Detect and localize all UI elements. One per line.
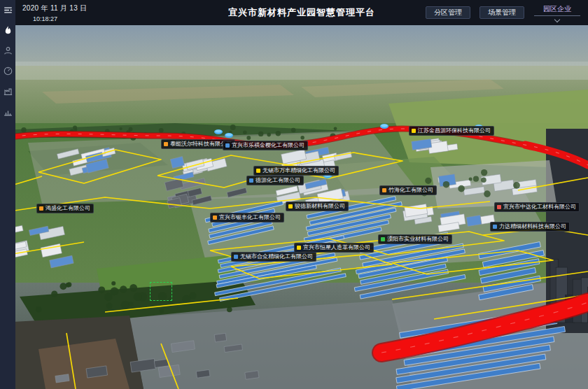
bar-chart-icon — [3, 106, 13, 117]
map-company-label[interactable]: 宜兴市乐祺金樱化工有限公司 — [223, 141, 308, 150]
datetime-block: 2020 年 11 月 13 日 10:18:27 — [15, 3, 87, 22]
map-company-label[interactable]: 宜兴市恒星人造革有限公司 — [294, 243, 374, 253]
map-company-label[interactable]: 溧阳市实业材料有限公司 — [378, 234, 452, 244]
company-name: 力达精细材料科技有限公司 — [499, 223, 566, 230]
sidebar-item-stats[interactable] — [1, 105, 14, 118]
company-marker-icon — [381, 237, 385, 241]
company-marker-icon — [412, 129, 416, 133]
dropdown-label: 园区企业 — [543, 3, 571, 15]
menu-icon — [3, 5, 13, 15]
chevron-down-icon — [554, 17, 560, 22]
factory-icon — [3, 86, 13, 97]
company-name: 鸿盛化工有限公司 — [46, 205, 90, 212]
gauge-icon — [3, 66, 13, 76]
app-root: 泰能沃尔特科技有限公司宜兴市乐祺金樱化工有限公司无锡市万丰精细化工有限公司德源化… — [0, 0, 588, 389]
company-marker-icon — [256, 169, 260, 173]
header-actions: 分区管理场景管理 园区企业 — [426, 3, 588, 22]
company-marker-icon — [213, 215, 217, 220]
company-marker-icon — [497, 205, 501, 209]
company-name: 无锡市万丰精细化工有限公司 — [262, 167, 335, 174]
map-company-label[interactable]: 无锡市万丰精细化工有限公司 — [253, 166, 339, 176]
header-buttons: 分区管理场景管理 — [426, 6, 524, 19]
company-name: 江苏金昌源环保科技有限公司 — [418, 127, 491, 134]
left-toolbar — [0, 0, 15, 389]
company-marker-icon — [297, 246, 301, 250]
sidebar-item-factory[interactable] — [1, 85, 14, 97]
company-marker-icon — [164, 142, 168, 146]
map-company-label[interactable]: 宜兴市银丰化工有限公司 — [210, 213, 284, 222]
company-name: 德源化工有限公司 — [255, 177, 300, 184]
map-company-label[interactable]: 宜兴市中达化工材料有限公司 — [494, 202, 580, 212]
company-name: 溧阳市实业材料有限公司 — [387, 236, 449, 243]
map-company-label[interactable]: 无锡市合众精细化工有限公司 — [231, 252, 316, 262]
header-time: 10:18:27 — [33, 15, 87, 22]
map-company-label[interactable]: 力达精细材料科技有限公司 — [490, 222, 570, 232]
scene-management-button[interactable]: 场景管理 — [479, 6, 524, 19]
company-name: 宜兴市乐祺金樱化工有限公司 — [232, 142, 304, 149]
map-company-label[interactable]: 竹海化工有限公司 — [379, 185, 437, 195]
map-3d-viewport[interactable]: 泰能沃尔特科技有限公司宜兴市乐祺金樱化工有限公司无锡市万丰精细化工有限公司德源化… — [0, 25, 588, 389]
blue-3d-marker[interactable] — [380, 120, 389, 132]
company-name: 无锡市合众精细化工有限公司 — [240, 253, 313, 260]
company-marker-icon — [39, 206, 43, 211]
company-marker-icon — [249, 178, 253, 183]
map-company-label[interactable]: 江苏金昌源环保科技有限公司 — [409, 126, 494, 136]
sidebar-item-menu[interactable] — [1, 3, 14, 16]
company-name: 骏德新材料有限公司 — [295, 203, 345, 210]
map-selection-box — [150, 282, 172, 301]
page-title: 宜兴市新材料产业园智慧管理平台 — [228, 6, 375, 19]
company-marker-icon — [493, 225, 497, 229]
zone-management-button[interactable]: 分区管理 — [426, 6, 470, 19]
company-name: 宜兴市中达化工材料有限公司 — [503, 204, 576, 211]
company-marker-icon — [225, 143, 230, 148]
user-icon — [3, 45, 13, 56]
blue-3d-marker[interactable] — [214, 125, 223, 138]
sidebar-item-fire[interactable] — [1, 24, 14, 36]
sidebar-item-gauge[interactable] — [1, 64, 14, 77]
company-name: 竹海化工有限公司 — [388, 187, 433, 194]
company-name: 宜兴市恒星人造革有限公司 — [303, 244, 370, 251]
park-enterprises-dropdown[interactable]: 园区企业 — [533, 3, 581, 22]
map-company-label[interactable]: 骏德新材料有限公司 — [286, 201, 349, 211]
header-date: 2020 年 11 月 13 日 — [22, 3, 87, 13]
flame-icon — [3, 25, 13, 36]
map-company-label[interactable]: 鸿盛化工有限公司 — [36, 204, 94, 213]
sidebar-item-user[interactable] — [1, 44, 14, 57]
company-marker-icon — [288, 204, 293, 208]
company-name: 宜兴市银丰化工有限公司 — [219, 214, 281, 221]
company-marker-icon — [234, 255, 238, 259]
map-company-label[interactable]: 德源化工有限公司 — [246, 176, 304, 185]
company-marker-icon — [382, 188, 386, 192]
top-header: 2020 年 11 月 13 日 10:18:27 宜兴市新材料产业园智慧管理平… — [15, 0, 588, 25]
